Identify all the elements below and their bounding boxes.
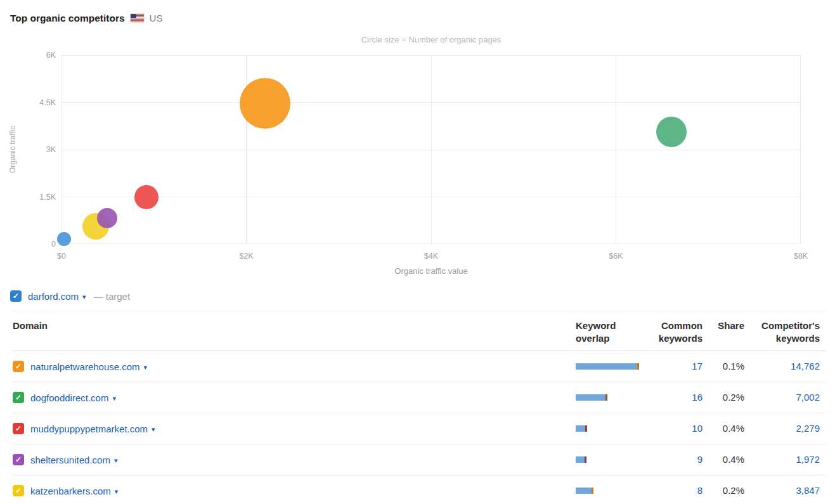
table-row: ✓ katzenbarkers.com ▾ 8 0.2% 3,847	[13, 475, 826, 504]
y-tick-label: 0	[0, 240, 56, 249]
domain-link[interactable]: muddypuppypetmarket.com	[30, 423, 148, 434]
row-checkbox[interactable]: ✓	[13, 485, 24, 496]
chevron-down-icon[interactable]: ▾	[144, 363, 148, 372]
keyword-overlap-bar	[576, 394, 639, 401]
check-icon: ✓	[15, 394, 22, 401]
check-icon: ✓	[15, 363, 22, 370]
page-title: Top organic competitors	[10, 13, 125, 24]
keyword-overlap-bar	[576, 488, 639, 494]
x-tick-label: $4K	[424, 252, 438, 261]
table-row: ✓ muddypuppypetmarket.com ▾ 10 0.4% 2,27…	[13, 413, 826, 444]
competitors-table: Domain Keyword overlap Common keywords S…	[13, 311, 826, 504]
common-keywords-value[interactable]: 9	[697, 454, 702, 465]
table-row: ✓ dogfooddirect.com ▾ 16 0.2% 7,002	[13, 382, 826, 413]
chevron-down-icon[interactable]: ▾	[152, 425, 155, 434]
chevron-down-icon[interactable]: ▾	[112, 394, 116, 403]
bubble-naturalpetwarehouse.com[interactable]	[240, 78, 290, 129]
col-header-competitor-keywords: Competitor's keywords	[744, 320, 826, 345]
domain-cell: ✓ naturalpetwarehouse.com ▾	[13, 361, 550, 372]
x-tick-label: $6K	[609, 252, 623, 261]
keyword-overlap-cell	[550, 363, 639, 370]
table-row: ✓ naturalpetwarehouse.com ▾ 17 0.1% 14,7…	[13, 351, 826, 382]
chart-subtitle: Circle size = Number of organic pages	[61, 35, 801, 44]
chevron-down-icon[interactable]: ▾	[115, 488, 119, 496]
page-header: Top organic competitors US	[0, 0, 835, 28]
domain-link[interactable]: naturalpetwarehouse.com	[30, 361, 140, 372]
common-keywords-value[interactable]: 8	[697, 485, 702, 496]
share-cell: 0.2%	[702, 392, 744, 403]
bubble-sheltersunited.com[interactable]	[97, 208, 117, 228]
row-checkbox[interactable]: ✓	[13, 392, 24, 403]
y-tick-label: 4.5K	[0, 98, 56, 107]
competitor-keywords-cell: 1,972	[744, 454, 826, 465]
common-keywords-value[interactable]: 10	[692, 423, 702, 434]
share-value: 0.2%	[723, 485, 744, 496]
competitor-keywords-cell: 2,279	[744, 423, 826, 434]
table-header-row: Domain Keyword overlap Common keywords S…	[13, 311, 826, 351]
x-axis-title: Organic traffic value	[61, 266, 801, 276]
common-keywords-cell: 8	[639, 485, 702, 496]
overlap-bar-fill	[576, 456, 585, 463]
common-keywords-cell: 9	[639, 454, 702, 465]
share-value: 0.4%	[723, 423, 744, 434]
overlap-bar-fill	[576, 425, 585, 432]
competitor-keywords-value[interactable]: 3,847	[796, 485, 820, 496]
bubble-muddypuppypetmarket.com[interactable]	[134, 185, 159, 209]
keyword-overlap-bar	[576, 425, 639, 432]
common-keywords-value[interactable]: 16	[692, 392, 702, 403]
keyword-overlap-cell	[550, 488, 639, 494]
overlap-bar-fill	[576, 488, 592, 494]
x-tick-label: $8K	[794, 252, 808, 261]
target-note: — target	[94, 291, 131, 302]
share-value: 0.4%	[723, 454, 744, 465]
share-cell: 0.4%	[702, 454, 744, 465]
domain-link[interactable]: sheltersunited.com	[30, 455, 110, 465]
row-checkbox[interactable]: ✓	[13, 454, 24, 465]
target-domain-link[interactable]: darford.com	[28, 291, 79, 302]
overlap-bar-tip	[585, 425, 587, 432]
col-header-keyword-overlap: Keyword overlap	[550, 320, 639, 345]
row-checkbox[interactable]: ✓	[13, 423, 24, 434]
common-keywords-cell: 10	[639, 423, 702, 434]
common-keywords-value[interactable]: 17	[692, 361, 702, 372]
bubble-dogfooddirect.com[interactable]	[656, 117, 687, 147]
keyword-overlap-cell	[550, 425, 639, 432]
competitor-keywords-value[interactable]: 1,972	[796, 454, 820, 465]
check-icon: ✓	[15, 456, 22, 463]
share-cell: 0.4%	[702, 423, 744, 434]
domain-cell: ✓ muddypuppypetmarket.com ▾	[13, 423, 550, 434]
common-keywords-cell: 17	[639, 361, 702, 372]
competitor-keywords-value[interactable]: 14,762	[791, 361, 820, 372]
check-icon: ✓	[13, 292, 19, 300]
share-value: 0.1%	[723, 361, 744, 372]
competitor-keywords-value[interactable]: 7,002	[796, 392, 820, 403]
chart-legend: ✓ darford.com ▾ — target	[0, 281, 835, 303]
domain-cell: ✓ dogfooddirect.com ▾	[13, 392, 550, 403]
overlap-bar-fill	[576, 394, 605, 401]
domain-link[interactable]: dogfooddirect.com	[30, 392, 108, 403]
keyword-overlap-cell	[550, 394, 639, 401]
competitor-keywords-value[interactable]: 2,279	[796, 423, 820, 434]
plot-area	[61, 55, 801, 244]
competitor-keywords-cell: 3,847	[744, 485, 826, 496]
common-keywords-cell: 16	[639, 392, 702, 403]
share-cell: 0.2%	[702, 485, 744, 496]
overlap-bar-tip	[605, 394, 607, 401]
keyword-overlap-cell	[550, 456, 639, 463]
overlap-bar-tip	[585, 456, 586, 463]
chevron-down-icon[interactable]: ▾	[114, 456, 118, 465]
bubble-darford.com[interactable]	[57, 232, 71, 246]
domain-link[interactable]: katzenbarkers.com	[30, 486, 111, 496]
col-header-share: Share	[702, 320, 744, 332]
check-icon: ✓	[15, 425, 22, 432]
row-checkbox[interactable]: ✓	[13, 361, 24, 372]
y-tick-label: 3K	[0, 145, 56, 154]
x-tick-label: $2K	[239, 252, 253, 261]
x-tick-label: $0	[57, 252, 66, 261]
col-header-common-keywords: Common keywords	[639, 320, 702, 345]
domain-cell: ✓ katzenbarkers.com ▾	[13, 485, 550, 496]
target-checkbox[interactable]: ✓	[10, 290, 22, 302]
col-header-domain: Domain	[13, 320, 550, 332]
check-icon: ✓	[15, 487, 22, 494]
chevron-down-icon[interactable]: ▾	[82, 293, 86, 301]
